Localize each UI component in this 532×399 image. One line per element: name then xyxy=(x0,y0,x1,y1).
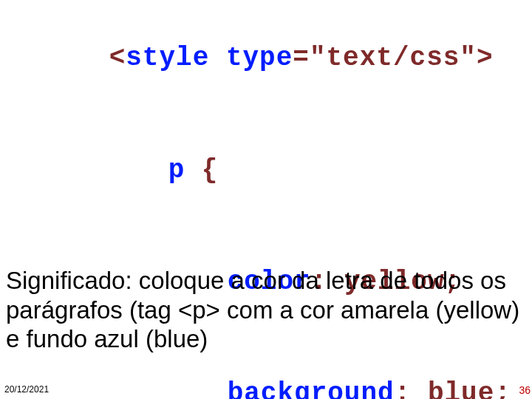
css-selector-p: p xyxy=(168,155,185,185)
space xyxy=(209,43,226,73)
angle-bracket-open: < xyxy=(109,43,126,73)
equals-sign: = xyxy=(293,43,310,73)
attr-name-type: type xyxy=(226,43,293,73)
css-prop-background: background xyxy=(228,378,395,399)
semicolon: ; xyxy=(494,378,511,399)
css-value-blue: blue xyxy=(428,378,494,399)
attr-value: "text/css" xyxy=(310,43,477,73)
presentation-slide: <style type="text/css"> p { color: yello… xyxy=(0,0,532,399)
tag-name-style: style xyxy=(126,43,209,73)
footer-page-number: 36 xyxy=(519,384,531,396)
footer-date: 20/12/2021 xyxy=(4,384,49,395)
code-line-open-tag: <style type="text/css"> xyxy=(9,3,511,115)
angle-bracket-close: > xyxy=(477,43,494,73)
colon: : xyxy=(395,378,428,399)
brace-open: { xyxy=(185,155,218,185)
explanation-text: Significado: coloque a cor da letra de t… xyxy=(6,266,523,354)
code-line-selector: p { xyxy=(9,115,511,226)
